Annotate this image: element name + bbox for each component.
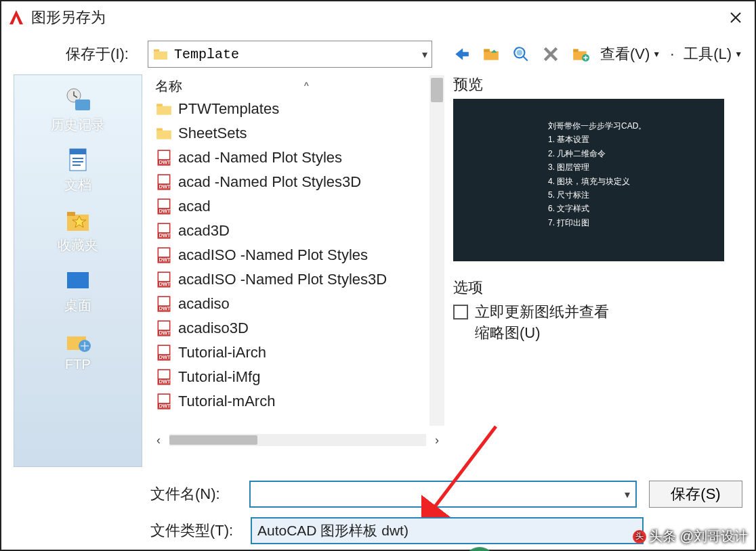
- file-name: acad3D: [178, 222, 230, 240]
- up-folder-icon[interactable]: [481, 44, 501, 64]
- svg-text:DWT: DWT: [159, 403, 171, 409]
- save-as-dialog: 图形另存为 保存于(I): Template ▾ 查看(V)▼ · 工具(L)▼: [0, 0, 756, 551]
- svg-text:DWT: DWT: [159, 354, 171, 360]
- chevron-down-icon: ▼: [652, 49, 660, 59]
- filetype-dropdown[interactable]: AutoCAD 图形样板 dwt): [251, 517, 644, 544]
- favorites-icon: [64, 206, 91, 234]
- svg-rect-1: [154, 51, 167, 60]
- watermark: 头 头条 @刘哥设计: [633, 527, 748, 546]
- folder-icon: [152, 46, 169, 62]
- svg-point-5: [516, 50, 522, 56]
- file-name: acadiso3D: [178, 319, 249, 337]
- savein-value: Template: [174, 47, 422, 62]
- update-thumbnail-checkbox[interactable]: [453, 305, 468, 319]
- sidebar-item-ftp[interactable]: FTP: [14, 323, 142, 376]
- svg-text:DWT: DWT: [159, 305, 171, 311]
- file-row[interactable]: DWTTutorial-iMfg: [151, 365, 444, 389]
- file-name: SheetSets: [178, 125, 247, 142]
- folder-icon: [155, 125, 173, 142]
- sidebar-item-favorites[interactable]: 收藏夹: [14, 202, 142, 259]
- file-name: acad -Named Plot Styles: [178, 149, 342, 167]
- titlebar: 图形另存为: [1, 1, 755, 34]
- file-row[interactable]: DWTTutorial-mArch: [151, 389, 444, 414]
- new-folder-icon[interactable]: [570, 44, 591, 64]
- svg-text:DWT: DWT: [159, 159, 171, 165]
- dwt-file-icon: DWT: [155, 271, 173, 288]
- filename-label: 文件名(N):: [150, 484, 237, 504]
- file-row[interactable]: DWTacadISO -Named Plot Styles3D: [151, 267, 444, 292]
- checkbox-label: 立即更新图纸并查看 缩略图(U): [475, 302, 609, 344]
- dwt-file-icon: DWT: [155, 246, 173, 264]
- file-row[interactable]: DWTacadiso3D: [151, 316, 444, 340]
- file-name: acadiso: [178, 295, 230, 313]
- svg-rect-15: [67, 272, 89, 288]
- folder-icon: [155, 100, 173, 118]
- svg-text:DWT: DWT: [159, 257, 171, 263]
- file-row[interactable]: DWTacad3D: [151, 219, 444, 243]
- view-menu[interactable]: 查看(V)▼: [600, 44, 660, 64]
- file-name: acadISO -Named Plot Styles3D: [178, 271, 387, 288]
- window-title: 图形另存为: [31, 7, 106, 28]
- highlight-circle: [464, 547, 495, 551]
- svg-rect-7: [573, 49, 579, 51]
- file-list: 名称 ^ PTWTemplatesSheetSetsDWTacad -Named…: [150, 74, 445, 426]
- file-row[interactable]: DWTTutorial-iArch: [151, 340, 444, 365]
- horizontal-scrollbar[interactable]: ‹ ›: [150, 431, 445, 449]
- vertical-scrollbar[interactable]: [429, 75, 444, 426]
- file-row[interactable]: DWTacad -Named Plot Styles: [151, 146, 444, 170]
- file-row[interactable]: DWTacadiso: [151, 292, 444, 316]
- file-row[interactable]: SheetSets: [151, 121, 444, 146]
- svg-rect-14: [67, 212, 75, 216]
- preview-line: 2. 几种二维命令: [548, 147, 629, 160]
- svg-rect-12: [70, 149, 86, 154]
- svg-text:DWT: DWT: [159, 232, 171, 238]
- ftp-icon: [64, 327, 91, 354]
- svg-rect-3: [484, 49, 490, 51]
- scrollbar-thumb[interactable]: [431, 78, 443, 102]
- svg-rect-19: [156, 106, 171, 115]
- sidebar-item-documents[interactable]: 文档: [14, 142, 142, 198]
- file-name: acadISO -Named Plot Styles: [178, 246, 368, 264]
- dwt-file-icon: DWT: [155, 173, 173, 191]
- savein-dropdown[interactable]: Template ▾: [148, 41, 432, 68]
- preview-line: 刘哥带你一步步学习CAD。: [548, 119, 629, 133]
- file-row[interactable]: DWTacadISO -Named Plot Styles: [151, 243, 444, 267]
- scrollbar-thumb[interactable]: [169, 435, 257, 445]
- search-web-icon[interactable]: [511, 44, 531, 64]
- save-button[interactable]: 保存(S): [649, 481, 742, 508]
- toolbar: 保存于(I): Template ▾ 查看(V)▼ · 工具(L)▼: [1, 34, 755, 74]
- back-icon[interactable]: [451, 44, 471, 64]
- column-header-name[interactable]: 名称 ^: [151, 75, 444, 97]
- scroll-left-icon[interactable]: ‹: [150, 433, 167, 447]
- close-button[interactable]: [722, 4, 749, 31]
- preview-line: 5. 尺寸标注: [548, 188, 629, 202]
- preview-line: 6. 文字样式: [548, 202, 629, 215]
- dwt-file-icon: DWT: [155, 149, 173, 167]
- file-row[interactable]: DWTacad -Named Plot Styles3D: [151, 170, 444, 194]
- preview-pane: 刘哥带你一步步学习CAD。1. 基本设置2. 几种二维命令3. 图层管理4. 图…: [453, 99, 724, 261]
- filename-input[interactable]: ▾: [249, 481, 637, 508]
- svg-text:DWT: DWT: [159, 378, 171, 384]
- toolbar-icons: 查看(V)▼ · 工具(L)▼: [451, 44, 742, 64]
- dwt-file-icon: DWT: [155, 393, 173, 410]
- chevron-down-icon: ▾: [625, 488, 630, 501]
- update-thumbnail-checkbox-row: 立即更新图纸并查看 缩略图(U): [453, 302, 742, 344]
- dwt-file-icon: DWT: [155, 319, 173, 337]
- sidebar-item-desktop[interactable]: 桌面: [14, 263, 142, 319]
- sidebar-item-history[interactable]: 历史记录: [14, 82, 142, 138]
- chevron-down-icon: ▾: [422, 48, 427, 61]
- preview-line: 1. 基本设置: [548, 133, 629, 146]
- file-row[interactable]: DWTacad: [151, 194, 444, 219]
- history-icon: [64, 86, 91, 113]
- chevron-down-icon: ▼: [734, 49, 742, 59]
- svg-text:DWT: DWT: [159, 330, 171, 336]
- file-row[interactable]: PTWTemplates: [151, 97, 444, 121]
- dwt-file-icon: DWT: [155, 368, 173, 386]
- tools-menu[interactable]: 工具(L)▼: [684, 44, 742, 64]
- delete-icon[interactable]: [541, 44, 561, 64]
- file-name: Tutorial-iArch: [178, 344, 266, 361]
- autocad-logo-icon: [7, 8, 26, 27]
- watermark-icon: 头: [633, 530, 646, 544]
- scroll-right-icon[interactable]: ›: [429, 433, 445, 447]
- file-name: Tutorial-iMfg: [178, 368, 260, 386]
